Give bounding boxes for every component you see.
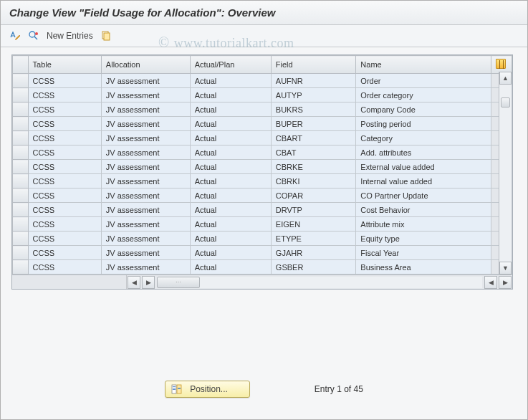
col-header-allocation[interactable]: Allocation (101, 56, 190, 74)
cell-name[interactable]: Category (356, 131, 491, 145)
row-selector[interactable] (13, 246, 29, 260)
table-settings-button[interactable] (491, 56, 512, 74)
cell-name[interactable]: Equity type (356, 232, 491, 246)
cell-field[interactable]: EIGEN (271, 217, 356, 232)
cell-allocation[interactable]: JV assessment (101, 260, 190, 275)
hscroll-thumb[interactable]: ⋯ (157, 277, 200, 288)
table-row[interactable]: CCSSJV assessmentActualAUTYPOrder catego… (13, 88, 512, 102)
table-row[interactable]: CCSSJV assessmentActualBUKRSCompany Code (13, 102, 512, 117)
cell-field[interactable]: DRVTP (271, 203, 356, 217)
row-selector[interactable] (13, 145, 29, 160)
row-selector[interactable] (13, 131, 29, 145)
select-all-button[interactable] (27, 29, 41, 43)
cell-actual-plan[interactable]: Actual (190, 174, 271, 188)
cell-name[interactable]: Order (356, 74, 491, 88)
cell-field[interactable]: CBRKI (271, 174, 356, 188)
table-row[interactable]: CCSSJV assessmentActualCBATAdd. attribut… (13, 145, 512, 160)
scroll-right-button[interactable]: ▶ (142, 276, 155, 289)
cell-allocation[interactable]: JV assessment (101, 246, 190, 260)
cell-allocation[interactable]: JV assessment (101, 145, 190, 160)
cell-name[interactable]: Cost Behavior (356, 203, 491, 217)
table-row[interactable]: CCSSJV assessmentActualBUPERPosting peri… (13, 117, 512, 131)
cell-table[interactable]: CCSS (28, 145, 101, 160)
cell-field[interactable]: CBART (271, 131, 356, 145)
cell-actual-plan[interactable]: Actual (190, 232, 271, 246)
cell-allocation[interactable]: JV assessment (101, 117, 190, 131)
cell-name[interactable]: CO Partner Update (356, 188, 491, 203)
cell-actual-plan[interactable]: Actual (190, 131, 271, 145)
cell-table[interactable]: CCSS (28, 102, 101, 117)
row-selector[interactable] (13, 88, 29, 102)
row-selector[interactable] (13, 174, 29, 188)
cell-actual-plan[interactable]: Actual (190, 246, 271, 260)
cell-actual-plan[interactable]: Actual (190, 117, 271, 131)
row-selector[interactable] (13, 188, 29, 203)
cell-table[interactable]: CCSS (28, 160, 101, 174)
cell-name[interactable]: Attribute mix (356, 217, 491, 232)
cell-allocation[interactable]: JV assessment (101, 217, 190, 232)
cell-actual-plan[interactable]: Actual (190, 145, 271, 160)
cell-field[interactable]: BUPER (271, 117, 356, 131)
cell-name[interactable]: Fiscal Year (356, 246, 491, 260)
cell-allocation[interactable]: JV assessment (101, 160, 190, 174)
cell-name[interactable]: Company Code (356, 102, 491, 117)
cell-table[interactable]: CCSS (28, 188, 101, 203)
cell-actual-plan[interactable]: Actual (190, 260, 271, 275)
cell-allocation[interactable]: JV assessment (101, 174, 190, 188)
cell-name[interactable]: Order category (356, 88, 491, 102)
table-row[interactable]: CCSSJV assessmentActualCBARTCategory (13, 131, 512, 145)
row-selector[interactable] (13, 203, 29, 217)
toggle-display-change-button[interactable] (8, 29, 22, 43)
cell-name[interactable]: Posting period (356, 117, 491, 131)
cell-field[interactable]: ETYPE (271, 232, 356, 246)
vscroll-thumb[interactable] (501, 97, 510, 108)
cell-allocation[interactable]: JV assessment (101, 203, 190, 217)
cell-field[interactable]: GJAHR (271, 246, 356, 260)
cell-actual-plan[interactable]: Actual (190, 188, 271, 203)
new-entries-button[interactable]: New Entries (47, 31, 93, 41)
row-selector[interactable] (13, 260, 29, 275)
row-selector[interactable] (13, 232, 29, 246)
scroll-left-button[interactable]: ◀ (128, 276, 140, 289)
cell-allocation[interactable]: JV assessment (101, 88, 190, 102)
vscroll-track[interactable] (499, 85, 512, 262)
table-row[interactable]: CCSSJV assessmentActualGSBERBusiness Are… (13, 260, 512, 275)
cell-table[interactable]: CCSS (28, 131, 101, 145)
table-row[interactable]: CCSSJV assessmentActualCBRKIInternal val… (13, 174, 512, 188)
cell-field[interactable]: AUTYP (271, 88, 356, 102)
col-header-actualplan[interactable]: Actual/Plan (190, 56, 271, 74)
cell-name[interactable]: Add. attributes (356, 145, 491, 160)
copy-as-button[interactable] (99, 29, 113, 43)
cell-field[interactable]: AUFNR (271, 74, 356, 88)
cell-name[interactable]: Business Area (356, 260, 491, 275)
table-row[interactable]: CCSSJV assessmentActualETYPEEquity type (13, 232, 512, 246)
cell-table[interactable]: CCSS (28, 117, 101, 131)
row-selector[interactable] (13, 102, 29, 117)
scroll-left-end-button[interactable]: ◀ (484, 276, 497, 289)
cell-name[interactable]: External value added (356, 160, 491, 174)
table-row[interactable]: CCSSJV assessmentActualDRVTPCost Behavio… (13, 203, 512, 217)
cell-field[interactable]: COPAR (271, 188, 356, 203)
row-selector[interactable] (13, 117, 29, 131)
select-all-header[interactable] (13, 56, 29, 74)
scroll-up-button[interactable]: ▲ (499, 72, 512, 85)
table-row[interactable]: CCSSJV assessmentActualGJAHRFiscal Year (13, 246, 512, 260)
cell-actual-plan[interactable]: Actual (190, 102, 271, 117)
cell-allocation[interactable]: JV assessment (101, 102, 190, 117)
cell-table[interactable]: CCSS (28, 246, 101, 260)
cell-allocation[interactable]: JV assessment (101, 232, 190, 246)
cell-allocation[interactable]: JV assessment (101, 188, 190, 203)
row-selector[interactable] (13, 74, 29, 88)
col-header-table[interactable]: Table (28, 56, 101, 74)
cell-allocation[interactable]: JV assessment (101, 74, 190, 88)
cell-table[interactable]: CCSS (28, 74, 101, 88)
cell-actual-plan[interactable]: Actual (190, 160, 271, 174)
cell-actual-plan[interactable]: Actual (190, 88, 271, 102)
cell-table[interactable]: CCSS (28, 174, 101, 188)
table-row[interactable]: CCSSJV assessmentActualCOPARCO Partner U… (13, 188, 512, 203)
cell-table[interactable]: CCSS (28, 203, 101, 217)
hscroll-track[interactable]: ⋯ (157, 277, 482, 288)
row-selector[interactable] (13, 217, 29, 232)
cell-table[interactable]: CCSS (28, 217, 101, 232)
cell-field[interactable]: GSBER (271, 260, 356, 275)
